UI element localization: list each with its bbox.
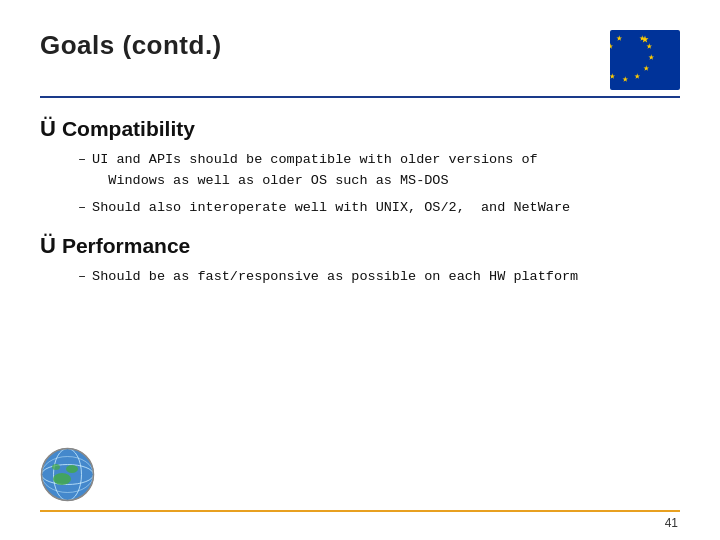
- dash-icon: –: [78, 198, 86, 219]
- page-title: Goals (contd.): [40, 30, 222, 61]
- section-label-compatibility: Compatibility: [62, 117, 195, 141]
- slide: Goals (contd.): [0, 0, 720, 540]
- svg-point-18: [66, 465, 78, 473]
- dash-icon: –: [78, 267, 86, 288]
- section-title-performance: Ü Performance: [40, 233, 680, 259]
- list-item: – UI and APIs should be compatible with …: [78, 150, 680, 192]
- bullet-performance: Ü: [40, 233, 56, 259]
- section-compatibility: Ü Compatibility – UI and APIs should be …: [40, 116, 680, 219]
- header-divider: [40, 96, 680, 98]
- sub-items-compatibility: – UI and APIs should be compatible with …: [40, 150, 680, 219]
- sub-items-performance: – Should be as fast/responsive as possib…: [40, 267, 680, 288]
- list-item: – Should be as fast/responsive as possib…: [78, 267, 680, 288]
- sub-item-text: Should also interoperate well with UNIX,…: [92, 198, 680, 219]
- globe-logo: [40, 447, 95, 502]
- svg-point-19: [52, 464, 60, 470]
- footer-divider: [40, 510, 680, 512]
- section-performance: Ü Performance – Should be as fast/respon…: [40, 233, 680, 288]
- page-number: 41: [665, 516, 678, 530]
- svg-point-17: [53, 473, 71, 485]
- sub-item-text: UI and APIs should be compatible with ol…: [92, 150, 680, 192]
- sub-item-text: Should be as fast/responsive as possible…: [92, 267, 680, 288]
- dash-icon: –: [78, 150, 86, 171]
- header-area: Goals (contd.): [40, 30, 680, 90]
- section-title-compatibility: Ü Compatibility: [40, 116, 680, 142]
- eu-logo: [610, 30, 680, 90]
- section-label-performance: Performance: [62, 234, 190, 258]
- list-item: – Should also interoperate well with UNI…: [78, 198, 680, 219]
- bullet-compatibility: Ü: [40, 116, 56, 142]
